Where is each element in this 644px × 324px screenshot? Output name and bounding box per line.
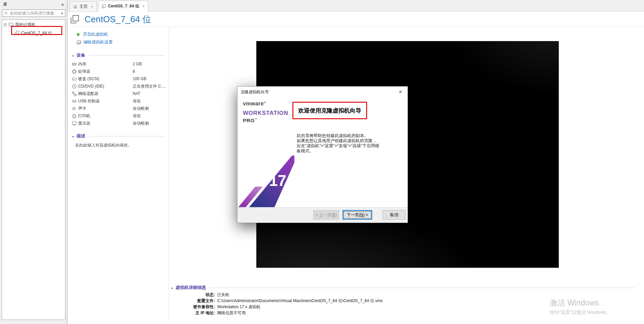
vm-icon (70, 14, 79, 24)
detail-row-config: 配置文件: C:\Users\Administrator\Documents\V… (171, 298, 635, 304)
search-dropdown-icon[interactable] (61, 11, 63, 15)
edit-settings-link[interactable]: 编辑虚拟机设置 (67, 38, 169, 46)
computer-icon (8, 22, 13, 27)
device-row-display[interactable]: 显示器 自动检测 (67, 120, 169, 127)
page-title: CentOS_7_64 位 (85, 13, 151, 25)
back-button[interactable]: < 上一步(B) (313, 210, 339, 220)
device-row-cddvd[interactable]: CD/DVD (IDE) 正在使用文件 C:... (67, 83, 169, 90)
search-input[interactable] (10, 11, 59, 15)
device-row-sound[interactable]: 声卡 自动检测 (67, 105, 169, 112)
vm-summary-panel: 开启此虚拟机 编辑虚拟机设置 设备 内存 2 GB 处理器 8 (67, 27, 169, 324)
chevron-down-icon (72, 134, 74, 139)
devices-header-label: 设备 (76, 52, 85, 58)
dialog-button-bar: < 上一步(B) 下一页(N) > 取消 (237, 207, 408, 223)
divider (210, 288, 635, 288)
next-button[interactable]: 下一页(N) > (343, 210, 372, 220)
tab-home[interactable]: 主页 (70, 1, 97, 11)
edit-settings-label: 编辑虚拟机设置 (83, 39, 113, 45)
power-on-label: 开启此虚拟机 (83, 32, 108, 37)
divider (169, 27, 169, 320)
tree-item-label: CentOS_7_64 位 (21, 30, 52, 36)
library-search[interactable] (2, 9, 65, 17)
library-title: 库 (3, 2, 7, 7)
dialog-title-bar[interactable]: 克隆虚拟机向导 (237, 87, 408, 98)
home-icon (73, 4, 77, 9)
cpu-icon (72, 69, 77, 74)
device-row-cpu[interactable]: 处理器 8 (67, 68, 169, 75)
library-tree: 我的计算机 CentOS_7_64 位 (2, 20, 65, 320)
printer-icon (72, 114, 77, 119)
vmware-workstation-window: 库 我的计算机 CentOS_7_64 位 (0, 0, 644, 324)
edit-settings-icon (76, 40, 81, 45)
close-icon[interactable] (91, 4, 93, 9)
tab-centos-vm[interactable]: CentOS_7_64 位 (98, 1, 148, 12)
tab-label: 主页 (79, 4, 88, 9)
device-row-network[interactable]: 网络适配器 NAT (67, 90, 169, 97)
dialog-title: 克隆虚拟机向导 (240, 89, 269, 95)
chevron-down-icon (72, 53, 74, 58)
tab-label: CentOS_7_64 位 (108, 3, 139, 9)
detail-row-state: 状态: 已关机 (171, 292, 635, 298)
description-section-header[interactable]: 描述 (72, 133, 165, 139)
vmware-logo: vmware® WORKSTATION PRO™ (243, 101, 288, 123)
library-header: 库 (0, 0, 67, 9)
cd-icon (72, 84, 77, 89)
tree-item-centos-vm[interactable]: CentOS_7_64 位 (2, 30, 65, 36)
clone-wizard-dialog: 克隆虚拟机向导 vmware® WORKSTATION PRO™ 欢迎使用克隆虚… (237, 86, 408, 223)
detail-row-ip: 主 IP 地址: 网络信息不可用 (171, 310, 635, 316)
close-icon[interactable] (142, 4, 145, 9)
divider (89, 136, 165, 136)
detail-row-compat: 硬件兼容性: Workstation 17.x 虚拟机 (171, 304, 635, 310)
tree-item-my-computer[interactable]: 我的计算机 (2, 21, 65, 28)
divider (89, 55, 165, 56)
annotation-highlight-heading: 欢迎使用克隆虚拟机向导 (292, 102, 367, 119)
sound-icon (72, 106, 77, 111)
device-row-memory[interactable]: 内存 2 GB (67, 60, 169, 68)
dialog-close-icon[interactable] (394, 87, 407, 96)
description-header-label: 描述 (76, 133, 85, 139)
vm-details-section: 虚拟机详细信息 状态: 已关机 配置文件: C:\Users\Administr… (171, 285, 635, 316)
details-header-label: 虚拟机详细信息 (175, 285, 206, 291)
memory-icon (72, 62, 77, 67)
vm-title-row: CentOS_7_64 位 (67, 12, 644, 27)
tree-item-label: 我的计算机 (15, 22, 35, 28)
disk-icon (72, 76, 77, 82)
device-row-printer[interactable]: 打印机 存在 (67, 112, 169, 120)
version-badge: 17 (269, 171, 286, 190)
details-rows: 状态: 已关机 配置文件: C:\Users\Administrator\Doc… (171, 292, 635, 316)
cancel-button[interactable]: 取消 (383, 210, 406, 220)
vm-icon (102, 4, 106, 8)
device-list: 内存 2 GB 处理器 8 硬盘 (SCSI) 100 GB CD/DVD (I… (67, 60, 169, 127)
description-placeholder[interactable]: 在此处键入对该虚拟机的描述。 (75, 142, 169, 148)
details-section-header[interactable]: 虚拟机详细信息 (171, 285, 635, 291)
display-icon (72, 121, 77, 126)
devices-section-header[interactable]: 设备 (72, 52, 165, 58)
usb-icon (72, 99, 77, 104)
library-close-icon[interactable] (61, 2, 64, 7)
device-row-usb[interactable]: USB 控制器 存在 (67, 97, 169, 105)
wizard-body-text: 此向导将帮助您创建此虚拟机的副本。 如果您想让其他用户创建此虚拟机的克隆， 应在… (297, 133, 399, 154)
play-icon (76, 32, 81, 37)
power-on-link[interactable]: 开启此虚拟机 (67, 31, 169, 38)
wizard-heading: 欢迎使用克隆虚拟机向导 (298, 107, 361, 115)
tab-bar: 主页 CentOS_7_64 位 (67, 0, 644, 12)
network-icon (72, 91, 77, 96)
tree-collapse-icon[interactable] (4, 23, 7, 26)
library-panel: 库 我的计算机 CentOS_7_64 位 (0, 0, 67, 324)
device-row-disk[interactable]: 硬盘 (SCSI) 100 GB (67, 75, 169, 83)
workstation-17-ribbon: 17 (238, 155, 296, 208)
search-icon (4, 11, 8, 15)
chevron-down-icon (171, 285, 173, 290)
vm-icon (15, 31, 20, 35)
